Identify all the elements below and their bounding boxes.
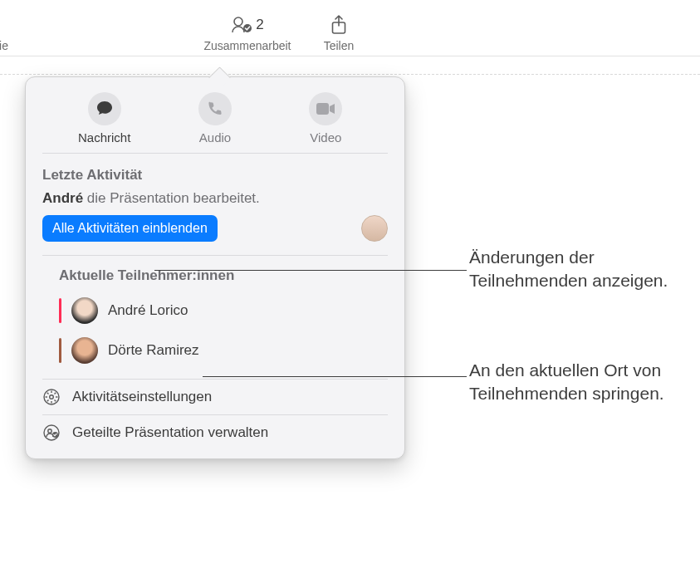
toolbar-slide-label: e Folie bbox=[0, 39, 8, 52]
participant-name: André Lorico bbox=[108, 302, 188, 319]
avatar bbox=[71, 297, 98, 324]
audio-label: Audio bbox=[199, 130, 231, 145]
toolbar-item-slide[interactable]: e Folie bbox=[0, 37, 48, 52]
svg-point-5 bbox=[50, 395, 54, 399]
gear-badge-icon bbox=[42, 388, 61, 406]
manage-shared-button[interactable]: Geteilte Präsentation verwalten bbox=[26, 415, 404, 450]
callout-leader bbox=[203, 376, 467, 377]
callout-jump-to-participant: An den aktuellen Ort von Teilnehmenden s… bbox=[469, 359, 693, 406]
svg-point-0 bbox=[234, 17, 242, 26]
activity-settings-label: Aktivitätseinstellungen bbox=[72, 389, 212, 405]
recent-activity-text: André die Präsentation bearbeitet. bbox=[26, 190, 404, 215]
participants-section: Aktuelle Teilnehmer:innen André Lorico D… bbox=[42, 256, 388, 380]
svg-line-10 bbox=[47, 393, 49, 394]
message-label: Nachricht bbox=[78, 130, 130, 145]
message-button[interactable]: Nachricht bbox=[55, 92, 154, 145]
collaborate-count: 2 bbox=[256, 17, 263, 33]
presence-indicator bbox=[59, 298, 61, 323]
svg-rect-3 bbox=[316, 103, 329, 115]
participant-name: Dörte Ramirez bbox=[108, 342, 199, 359]
phone-icon bbox=[207, 100, 223, 117]
video-label: Video bbox=[310, 130, 341, 145]
video-button[interactable]: Video bbox=[276, 92, 375, 145]
recent-activity-heading: Letzte Aktivität bbox=[26, 154, 404, 190]
share-label: Teilen bbox=[324, 39, 355, 52]
activity-actor: André bbox=[42, 190, 83, 206]
participant-row[interactable]: André Lorico bbox=[59, 291, 371, 331]
collaboration-popover: Nachricht Audio Video Letzte Aktivität A… bbox=[25, 76, 405, 459]
activity-avatar[interactable] bbox=[361, 215, 388, 242]
message-icon bbox=[95, 100, 114, 118]
share-icon bbox=[330, 15, 347, 35]
collaborate-label: Zusammenarbeit bbox=[203, 39, 291, 52]
svg-line-13 bbox=[47, 400, 49, 402]
video-icon bbox=[316, 102, 335, 115]
svg-point-15 bbox=[48, 429, 51, 433]
activity-phrase: die Präsentation bearbeitet. bbox=[87, 190, 260, 206]
contact-actions-row: Nachricht Audio Video bbox=[42, 92, 388, 154]
collaborate-manage-icon bbox=[42, 424, 61, 442]
show-all-activities-button[interactable]: Alle Aktivitäten einblenden bbox=[42, 215, 218, 242]
svg-line-11 bbox=[55, 400, 56, 402]
avatar bbox=[71, 337, 98, 364]
toolbar: e Folie 2 Zusammenarbeit Teilen bbox=[0, 0, 700, 56]
presence-indicator bbox=[59, 338, 61, 363]
participants-heading: Aktuelle Teilnehmer:innen bbox=[59, 256, 371, 291]
callout-leader bbox=[154, 270, 467, 271]
toolbar-item-share[interactable]: Teilen bbox=[306, 12, 372, 52]
ruler bbox=[0, 56, 700, 75]
svg-line-12 bbox=[55, 393, 56, 394]
manage-shared-label: Geteilte Präsentation verwalten bbox=[72, 424, 268, 441]
callout-show-changes: Änderungen der Teilnehmenden anzeigen. bbox=[469, 246, 693, 293]
audio-button[interactable]: Audio bbox=[165, 92, 265, 145]
participant-row[interactable]: Dörte Ramirez bbox=[59, 331, 371, 370]
activity-settings-button[interactable]: Aktivitätseinstellungen bbox=[26, 380, 404, 414]
toolbar-item-collaborate[interactable]: 2 Zusammenarbeit bbox=[189, 12, 306, 52]
collaborate-icon bbox=[231, 16, 252, 34]
